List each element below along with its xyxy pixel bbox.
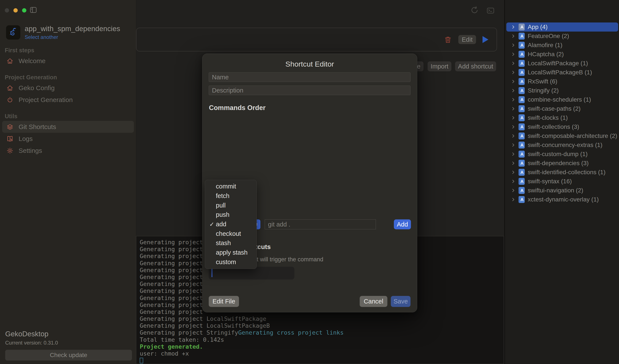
- sidebar-item-geko-config[interactable]: Geko Config: [2, 82, 134, 94]
- cancel-button[interactable]: Cancel: [360, 296, 387, 307]
- power-icon: [6, 96, 14, 103]
- chevron-right-icon[interactable]: [511, 70, 515, 75]
- package-book-icon: A: [519, 187, 525, 194]
- home-icon: [6, 57, 14, 64]
- tree-row-combine-schedulers[interactable]: Acombine-schedulers (1): [506, 95, 618, 104]
- check-update-button[interactable]: Check update: [5, 350, 132, 361]
- package-label: swift-clocks (1): [528, 114, 568, 121]
- chevron-right-icon[interactable]: [511, 115, 515, 121]
- tree-row-alamofire[interactable]: AAlamofire (1): [506, 41, 618, 50]
- sidebar-item-label: Welcome: [19, 57, 45, 65]
- sidebar-item-project-generation[interactable]: Project Generation: [2, 94, 134, 106]
- tree-row-swift-syntax[interactable]: Aswift-syntax (16): [506, 177, 618, 186]
- tree-row-swift-identified-collections[interactable]: Aswift-identified-collections (1): [506, 168, 618, 177]
- tree-row-featureone[interactable]: AFeatureOne (2): [506, 32, 618, 41]
- dropdown-item-label: fetch: [216, 192, 229, 200]
- package-book-icon: A: [519, 169, 525, 176]
- tree-row-localswiftpackageb[interactable]: ALocalSwiftPackageB (1): [506, 68, 618, 77]
- app-window: app_with_spm_dependencies Select another…: [0, 0, 619, 364]
- delete-icon[interactable]: [444, 35, 452, 44]
- checkmark-icon: ✓: [209, 221, 214, 228]
- dropdown-item-stash[interactable]: stash: [205, 238, 256, 248]
- chevron-right-icon[interactable]: [511, 178, 515, 184]
- package-label: RxSwift (6): [528, 78, 557, 85]
- tree-row-localswiftpackage[interactable]: ALocalSwiftPackage (1): [506, 59, 618, 68]
- sidebar-item-welcome[interactable]: Welcome: [2, 55, 134, 67]
- dropdown-item-apply-stash[interactable]: apply stash: [205, 248, 256, 257]
- sidebar-section: First stepsWelcome: [0, 46, 136, 67]
- shortcut-editor-dialog: Shortcut Editor Commands Order add Add K…: [202, 54, 417, 312]
- edit-file-button[interactable]: Edit File: [209, 296, 239, 307]
- terminal-line: Generating project LocalSwiftPackage: [140, 315, 504, 322]
- chevron-right-icon[interactable]: [511, 79, 515, 84]
- package-book-icon: A: [519, 160, 525, 167]
- package-label: FeatureOne (2): [528, 33, 569, 40]
- tree-row-hcaptcha[interactable]: AHCaptcha (2): [506, 50, 618, 59]
- chevron-right-icon[interactable]: [511, 188, 515, 193]
- chevron-right-icon[interactable]: [511, 133, 515, 139]
- chevron-right-icon[interactable]: [511, 197, 515, 202]
- package-book-icon: A: [519, 96, 525, 103]
- tree-row-swiftui-navigation[interactable]: Aswiftui-navigation (2): [506, 186, 618, 195]
- tree-row-app[interactable]: AApp (4): [506, 23, 618, 32]
- tree-row-swift-composable-architecture[interactable]: Aswift-composable-architecture (2): [506, 131, 618, 140]
- command-input[interactable]: [265, 219, 376, 229]
- sidebar-item-settings[interactable]: Settings: [2, 145, 134, 157]
- run-play-icon[interactable]: [482, 36, 488, 43]
- chevron-right-icon[interactable]: [511, 106, 515, 111]
- dropdown-item-custom[interactable]: custom: [205, 257, 256, 267]
- undo-refresh-icon[interactable]: [470, 6, 479, 14]
- sidebar-footer: GekoDesktop Current version: 0.31.0 Chec…: [0, 330, 136, 364]
- chevron-right-icon[interactable]: [511, 42, 515, 48]
- chevron-right-icon[interactable]: [511, 52, 515, 57]
- chevron-right-icon[interactable]: [511, 142, 515, 148]
- import-button[interactable]: Import: [428, 61, 451, 71]
- app-version: Current version: 0.31.0: [5, 340, 132, 346]
- chevron-right-icon[interactable]: [511, 24, 515, 30]
- sidebar-item-logs[interactable]: Logs: [2, 133, 134, 145]
- chevron-right-icon[interactable]: [511, 124, 515, 130]
- package-label: HCaptcha (2): [528, 51, 564, 58]
- chevron-right-icon[interactable]: [511, 33, 515, 39]
- terminal-icon[interactable]: [486, 6, 495, 15]
- dropdown-item-add[interactable]: ✓add: [205, 220, 256, 229]
- dropdown-item-push[interactable]: push: [205, 210, 256, 220]
- description-input[interactable]: [209, 86, 410, 95]
- tree-row-swift-case-paths[interactable]: Aswift-case-paths (2): [506, 104, 618, 113]
- edit-button[interactable]: Edit: [458, 35, 476, 44]
- tree-row-rxswift[interactable]: ARxSwift (6): [506, 77, 618, 86]
- dropdown-item-label: push: [216, 211, 229, 218]
- tree-row-swift-concurrency-extras[interactable]: Aswift-concurrency-extras (1): [506, 140, 618, 149]
- tree-row-stringify[interactable]: AStringify (2): [506, 86, 618, 95]
- dropdown-item-fetch[interactable]: fetch: [205, 191, 256, 201]
- chevron-right-icon[interactable]: [511, 88, 515, 93]
- add-shortcut-button[interactable]: Add shortcut: [455, 61, 496, 71]
- sidebar-item-git-shortcuts[interactable]: Git Shortcuts: [2, 121, 134, 133]
- dropdown-item-label: add: [216, 221, 226, 228]
- save-button[interactable]: Save: [391, 296, 410, 307]
- name-input[interactable]: [209, 72, 410, 82]
- gecko-app-icon: [6, 25, 20, 40]
- chevron-right-icon[interactable]: [511, 61, 515, 66]
- package-book-icon: A: [519, 142, 525, 148]
- dropdown-item-commit[interactable]: commit: [205, 182, 256, 191]
- chevron-right-icon[interactable]: [511, 97, 515, 102]
- dropdown-item-label: apply stash: [216, 249, 248, 256]
- terminal-line: Generating project LocalSwiftPackageB: [140, 322, 504, 329]
- sidebar-section: UtilsGit ShortcutsLogsSettings: [0, 112, 136, 157]
- dropdown-item-pull[interactable]: pull: [205, 201, 256, 210]
- tree-row-xctest-dynamic-overlay[interactable]: Axctest-dynamic-overlay (1): [506, 195, 618, 204]
- dropdown-item-checkout[interactable]: checkout: [205, 229, 256, 238]
- tree-row-swift-dependencies[interactable]: Aswift-dependencies (3): [506, 159, 618, 168]
- tree-row-swift-custom-dump[interactable]: Aswift-custom-dump (1): [506, 149, 618, 159]
- chevron-right-icon[interactable]: [511, 160, 515, 166]
- package-label: App (4): [528, 24, 548, 30]
- chevron-right-icon[interactable]: [511, 151, 515, 157]
- add-command-button[interactable]: Add: [394, 219, 411, 229]
- tree-row-swift-collections[interactable]: Aswift-collections (3): [506, 122, 618, 131]
- select-another-link[interactable]: Select another: [25, 34, 120, 40]
- package-label: swift-custom-dump (1): [528, 151, 588, 158]
- chevron-right-icon[interactable]: [511, 169, 515, 175]
- packages-sidebar: AApp (4)AFeatureOne (2)AAlamofire (1)AHC…: [504, 0, 619, 364]
- tree-row-swift-clocks[interactable]: Aswift-clocks (1): [506, 113, 618, 122]
